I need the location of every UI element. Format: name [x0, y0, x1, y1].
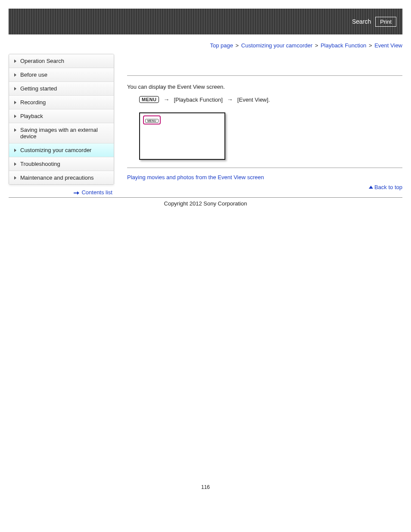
breadcrumb-category[interactable]: Customizing your camcorder [241, 42, 312, 49]
contents-list-link[interactable]: Contents list [9, 189, 112, 196]
sidebar-item[interactable]: Before use [9, 68, 114, 82]
menu-path: MENU → [Playback Function] → [Event View… [139, 96, 402, 103]
highlighted-menu-icon: MENU [143, 115, 161, 124]
breadcrumb-top[interactable]: Top page [210, 42, 233, 49]
sidebar-item[interactable]: Operation Search [9, 54, 114, 68]
divider [127, 75, 402, 76]
header-bar: Search Print [9, 9, 402, 34]
breadcrumb: Top page > Customizing your camcorder > … [9, 42, 402, 49]
arrow-right-icon: → [227, 96, 233, 103]
copyright-text: Copyright 2012 Sony Corporation [9, 199, 402, 208]
sidebar: Operation SearchBefore useGetting starte… [9, 54, 114, 185]
back-to-top-label: Back to top [374, 184, 402, 190]
path-segment: [Playback Function] [174, 96, 222, 103]
screen-illustration: MENU [139, 112, 225, 160]
path-segment: [Event View]. [237, 96, 270, 103]
sidebar-item[interactable]: Getting started [9, 82, 114, 96]
print-button[interactable]: Print [375, 17, 396, 27]
menu-tiny-label: MENU [145, 119, 159, 123]
search-link[interactable]: Search [352, 18, 371, 25]
breadcrumb-subcategory[interactable]: Playback Function [321, 42, 366, 49]
sidebar-item[interactable]: Maintenance and precautions [9, 171, 114, 184]
sidebar-item[interactable]: Troubleshooting [9, 157, 114, 171]
back-to-top-link[interactable]: Back to top [127, 184, 402, 190]
sidebar-item[interactable]: Saving images with an external device [9, 123, 114, 143]
sidebar-item[interactable]: Recording [9, 96, 114, 109]
arrow-right-icon: → [163, 96, 169, 103]
divider [127, 168, 402, 168]
menu-button-icon: MENU [139, 96, 159, 103]
sidebar-item[interactable]: Customizing your camcorder [9, 143, 114, 157]
footer-divider [9, 197, 402, 198]
sidebar-item[interactable]: Playback [9, 109, 114, 123]
main-content: You can display the Event View screen. M… [114, 54, 402, 190]
triangle-up-icon [369, 186, 373, 189]
related-link[interactable]: Playing movies and photos from the Event… [127, 174, 402, 180]
breadcrumb-separator: > [369, 42, 372, 49]
page-number: 116 [9, 484, 402, 490]
instruction-text: You can display the Event View screen. [127, 84, 402, 90]
breadcrumb-current[interactable]: Event View [374, 42, 402, 49]
contents-list-label: Contents list [81, 189, 112, 196]
arrow-right-icon [74, 192, 80, 194]
breadcrumb-separator: > [236, 42, 239, 49]
breadcrumb-separator: > [315, 42, 318, 49]
